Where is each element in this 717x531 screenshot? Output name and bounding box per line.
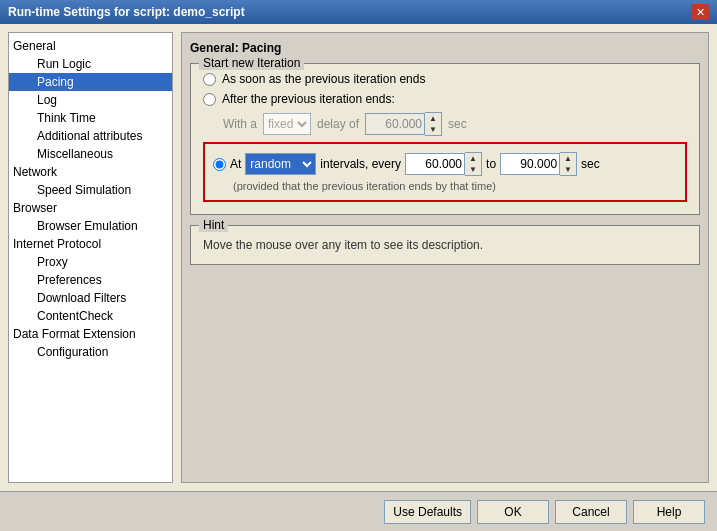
radio1-row: As soon as the previous iteration ends [203, 72, 687, 86]
tree-item-contentcheck[interactable]: ContentCheck [9, 307, 172, 325]
interval-to-input[interactable] [500, 153, 560, 175]
interval-type-dropdown[interactable]: fixed random gaussian uniform [245, 153, 316, 175]
tree-item-prefs[interactable]: Preferences [9, 271, 172, 289]
section-title: General: Pacing [190, 41, 700, 55]
tree-item-general[interactable]: General [9, 37, 172, 55]
window-title: Run-time Settings for script: demo_scrip… [8, 5, 245, 19]
content-panel: General: Pacing Start new Iteration As s… [181, 32, 709, 483]
hint-text: Move the mouse over any item to see its … [203, 238, 687, 252]
delay-spin-buttons: ▲ ▼ [425, 112, 442, 136]
delay-spin-up[interactable]: ▲ [425, 113, 441, 124]
tree-item-config[interactable]: Configuration [9, 343, 172, 361]
tree-item-log[interactable]: Log [9, 91, 172, 109]
tree-item-misc[interactable]: Miscellaneous [9, 145, 172, 163]
highlighted-interval-box: At fixed random gaussian uniform interva… [203, 142, 687, 202]
hint-label: Hint [199, 218, 228, 232]
group-label: Start new Iteration [199, 56, 304, 70]
tree-item-thinktime[interactable]: Think Time [9, 109, 172, 127]
tree-item-inetproto[interactable]: Internet Protocol [9, 235, 172, 253]
radio1-label: As soon as the previous iteration ends [222, 72, 425, 86]
interval-from-input[interactable] [405, 153, 465, 175]
interval-to-down[interactable]: ▼ [560, 164, 576, 175]
radio-after[interactable] [203, 93, 216, 106]
tree-item-downloadfilters[interactable]: Download Filters [9, 289, 172, 307]
delay-spin-down[interactable]: ▼ [425, 124, 441, 135]
radio3-label: At [230, 157, 241, 171]
interval-from-down[interactable]: ▼ [465, 164, 481, 175]
iteration-group: Start new Iteration As soon as the previ… [190, 63, 700, 215]
tree-item-browser[interactable]: Browser [9, 199, 172, 217]
interval-to-spin-buttons: ▲ ▼ [560, 152, 577, 176]
radio2-row: After the previous iteration ends: [203, 92, 687, 106]
delay-middle: delay of [317, 117, 359, 131]
tree-item-dataformat[interactable]: Data Format Extension [9, 325, 172, 343]
tree-item-network[interactable]: Network [9, 163, 172, 181]
interval-subtext: (provided that the previous iteration en… [233, 180, 677, 192]
help-button[interactable]: Help [633, 500, 705, 524]
radio-immediate[interactable] [203, 73, 216, 86]
bottom-bar: Use Defaults OK Cancel Help [0, 491, 717, 531]
title-bar: Run-time Settings for script: demo_scrip… [0, 0, 717, 24]
tree-item-runlogic[interactable]: Run Logic [9, 55, 172, 73]
delay-row: With a fixed delay of ▲ ▼ sec [223, 112, 687, 136]
tree-item-browseremu[interactable]: Browser Emulation [9, 217, 172, 235]
use-defaults-button[interactable]: Use Defaults [384, 500, 471, 524]
tree-item-speed[interactable]: Speed Simulation [9, 181, 172, 199]
tree-item-pacing[interactable]: Pacing [9, 73, 172, 91]
interval-suffix: sec [581, 157, 600, 171]
delay-value-input[interactable] [365, 113, 425, 135]
cancel-button[interactable]: Cancel [555, 500, 627, 524]
main-content: General Run Logic Pacing Log Think Time … [0, 24, 717, 491]
hint-box: Hint Move the mouse over any item to see… [190, 225, 700, 265]
delay-type-dropdown[interactable]: fixed [263, 113, 311, 135]
delay-prefix: With a [223, 117, 257, 131]
tree-panel: General Run Logic Pacing Log Think Time … [8, 32, 173, 483]
tree-item-proxy[interactable]: Proxy [9, 253, 172, 271]
interval-middle: intervals, every [320, 157, 401, 171]
close-button[interactable]: ✕ [691, 4, 709, 20]
ok-button[interactable]: OK [477, 500, 549, 524]
interval-from-spin-buttons: ▲ ▼ [465, 152, 482, 176]
delay-suffix: sec [448, 117, 467, 131]
radio-interval[interactable] [213, 158, 226, 171]
interval-from-up[interactable]: ▲ [465, 153, 481, 164]
interval-from-spin: ▲ ▼ [405, 152, 482, 176]
delay-spin: ▲ ▼ [365, 112, 442, 136]
tree-item-additional[interactable]: Additional attributes [9, 127, 172, 145]
to-label: to [486, 157, 496, 171]
interval-to-up[interactable]: ▲ [560, 153, 576, 164]
interval-row: At fixed random gaussian uniform interva… [213, 152, 677, 176]
interval-to-spin: ▲ ▼ [500, 152, 577, 176]
radio2-label: After the previous iteration ends: [222, 92, 395, 106]
